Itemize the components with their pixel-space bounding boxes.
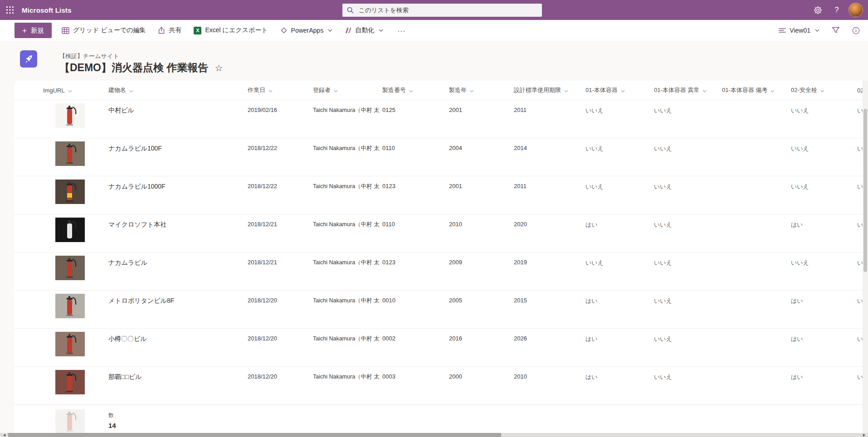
cell-body-01-abnormal: いいえ: [654, 100, 722, 138]
table-row[interactable]: マイクロソフト本社2018/12/21Taichi Nakamura（中村 太0…: [14, 214, 868, 252]
edit-grid-view-button[interactable]: グリッド ビューでの編集: [62, 26, 146, 34]
share-button[interactable]: 共有: [158, 26, 181, 34]
vertical-scrollbar[interactable]: [863, 81, 868, 433]
cell-design-life: 2020: [514, 214, 585, 252]
help-button[interactable]: ?: [827, 0, 846, 20]
cell-imgurl: [43, 214, 108, 252]
search-box[interactable]: [342, 4, 542, 17]
export-excel-button[interactable]: X Excel にエクスポート: [194, 26, 268, 34]
table-row[interactable]: メトロポリタンビル8F2018/12/20Taichi Nakamura（中村 …: [14, 290, 868, 328]
gear-icon: [814, 6, 822, 15]
column-header-design-life[interactable]: 設計標準使用期限: [514, 86, 585, 94]
cell-work-date: 2018/12/21: [248, 214, 313, 252]
table-row[interactable]: 那覇□□ビル2018/12/20Taichi Nakamura（中村 太0003…: [14, 366, 868, 404]
cell-body-01-abnormal: いいえ: [654, 291, 722, 328]
cell-body-01-note: [722, 367, 791, 404]
app-launcher-icon[interactable]: [0, 0, 20, 20]
cell-body-01-note: [722, 138, 791, 176]
powerapps-button[interactable]: PowerApps: [280, 27, 333, 34]
table-row[interactable]: ナカムラビル100F2018/12/22Taichi Nakamura（中村 太…: [14, 138, 868, 176]
row-image-faint: [55, 409, 85, 433]
rocket-icon: [24, 54, 34, 64]
cell-pin-02: いいえ: [791, 176, 857, 214]
chevron-down-icon: [820, 87, 824, 94]
row-image[interactable]: [55, 332, 85, 356]
horizontal-scrollbar[interactable]: [0, 433, 868, 437]
automate-button[interactable]: 自動化: [345, 26, 383, 34]
cell-serial-no: 0123: [382, 252, 449, 290]
row-image[interactable]: [55, 103, 85, 128]
cell-registrant: Taichi Nakamura（中村 太: [313, 367, 382, 404]
row-image[interactable]: [55, 218, 85, 242]
row-image[interactable]: [55, 294, 85, 318]
cell-body-01-abnormal: いいえ: [654, 252, 722, 290]
cell-mfg-year: 2004: [449, 138, 514, 176]
column-header-label: 02-安全栓: [791, 86, 817, 94]
column-header-work-date[interactable]: 作業日: [248, 86, 313, 94]
chevron-down-icon: [379, 29, 383, 32]
fire-extinguisher-image: [55, 256, 85, 280]
scroll-right-arrow[interactable]: [860, 433, 868, 437]
cell-mfg-year: 2009: [449, 252, 514, 290]
more-commands-button[interactable]: ···: [397, 27, 405, 34]
cell-building: ナカムラビル1000F: [108, 176, 248, 214]
cell-body-01-abnormal: いいえ: [654, 176, 722, 214]
plus-icon: +: [22, 27, 27, 34]
cell-building: 那覇□□ビル: [108, 367, 248, 404]
column-header-label: ImgURL: [43, 87, 65, 94]
cell-work-date: 2019/02/16: [248, 100, 313, 138]
row-image[interactable]: [55, 370, 85, 394]
column-header-body-01[interactable]: 01-本体容器: [585, 86, 654, 94]
table-row[interactable]: ナカムラビル1000F2018/12/22Taichi Nakamura（中村 …: [14, 176, 868, 214]
column-header-serial-no[interactable]: 製造番号: [382, 86, 449, 94]
info-button[interactable]: [852, 27, 860, 34]
cell-body-01-note: [722, 252, 791, 290]
column-header-mfg-year[interactable]: 製造年: [449, 86, 514, 94]
cell-imgurl: [43, 405, 108, 433]
column-header-body-01-note[interactable]: 01-本体容器 備考: [722, 86, 791, 94]
column-header-label: 作業日: [248, 86, 265, 94]
row-spacer: [14, 405, 43, 433]
list-tile[interactable]: [20, 50, 37, 68]
account-button[interactable]: [846, 0, 865, 20]
cell-serial-no: 0110: [382, 138, 449, 176]
cell-work-date: 2018/12/20: [248, 291, 313, 328]
chevron-down-icon: [268, 87, 273, 94]
cell-imgurl: [43, 291, 108, 328]
scroll-left-arrow[interactable]: [0, 433, 8, 437]
column-header-body-01-abnormal[interactable]: 01-本体容器 異常: [654, 86, 722, 94]
row-image[interactable]: [55, 141, 85, 166]
cell-serial-no: 0125: [382, 100, 449, 138]
table-row[interactable]: ナカムラビル2018/12/21Taichi Nakamura（中村 太0123…: [14, 252, 868, 290]
view-selector[interactable]: View01: [779, 27, 819, 34]
column-header-imgurl[interactable]: ImgURL: [43, 87, 108, 94]
settings-button[interactable]: [808, 0, 827, 20]
fire-extinguisher-image: [55, 332, 85, 356]
horizontal-scrollbar-thumb[interactable]: [8, 433, 501, 437]
chevron-down-icon: [328, 29, 332, 32]
column-header-pin-02[interactable]: 02-安全栓: [791, 86, 857, 94]
column-header-label: 01-本体容器 異常: [654, 86, 699, 94]
column-header-label: 01-本体容器 備考: [722, 86, 767, 94]
column-header-building[interactable]: 建物名: [108, 86, 248, 94]
table-row[interactable]: 中村ビル2019/02/16Taichi Nakamura（中村 太012520…: [14, 100, 868, 138]
cell-body-01: はい: [585, 291, 654, 328]
row-spacer: [14, 138, 43, 176]
table-row[interactable]: 小樽〇〇ビル2018/12/20Taichi Nakamura（中村 太0002…: [14, 328, 868, 366]
row-spacer: [14, 100, 43, 138]
vertical-scrollbar-thumb[interactable]: [863, 109, 867, 272]
cell-work-date: 2018/12/20: [248, 329, 313, 366]
column-header-label: 建物名: [108, 86, 126, 94]
chevron-down-icon: [68, 87, 72, 94]
cell-body-01: いいえ: [585, 138, 654, 176]
column-header-registrant[interactable]: 登録者: [313, 86, 382, 94]
row-image[interactable]: [55, 180, 85, 204]
favorite-star-icon[interactable]: ☆: [215, 63, 223, 73]
breadcrumb[interactable]: 【検証】チームサイト: [59, 52, 119, 60]
new-button[interactable]: + 新規: [15, 23, 52, 38]
search-input[interactable]: [358, 6, 537, 14]
row-image[interactable]: [55, 256, 85, 280]
top-app-bar: Microsoft Lists ?: [0, 0, 868, 20]
row-spacer: [14, 291, 43, 328]
filter-button[interactable]: [832, 27, 840, 34]
